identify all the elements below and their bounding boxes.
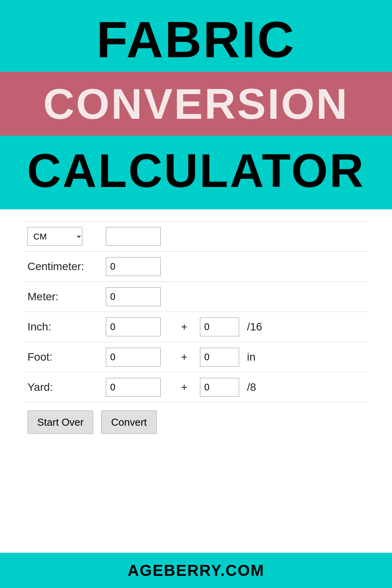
centimeter-row: Centimeter:	[24, 252, 368, 282]
cm-empty1	[172, 252, 196, 282]
footer: AGEBERRY.COM	[0, 553, 392, 588]
start-over-button[interactable]: Start Over	[27, 410, 93, 434]
meter-input[interactable]	[106, 287, 161, 306]
title-conversion: CONVERSION	[43, 80, 349, 128]
inch-suffix: /16	[243, 312, 368, 342]
yard-label: Yard:	[24, 372, 102, 403]
foot-fraction-cell	[196, 342, 243, 372]
meter-row: Meter:	[24, 282, 368, 312]
meter-label: Meter:	[24, 282, 102, 312]
inch-input[interactable]	[106, 318, 161, 336]
buttons-row: Start Over Convert	[24, 410, 368, 434]
title-calculator: CALCULATOR	[27, 136, 365, 209]
foot-row: Foot: + in	[24, 342, 368, 372]
unit-empty2	[196, 221, 243, 252]
cm-empty2	[196, 252, 243, 282]
unit-value-cell	[102, 221, 172, 252]
m-empty3	[243, 282, 368, 312]
inch-input-cell	[102, 312, 172, 342]
calculator-section: CM IN FT YD M	[0, 209, 392, 553]
yard-row: Yard: + /8	[24, 372, 368, 403]
calc-table: CM IN FT YD M	[24, 221, 368, 403]
cm-empty3	[243, 252, 368, 282]
unit-input[interactable]	[106, 227, 161, 246]
unit-row: CM IN FT YD M	[24, 221, 368, 252]
yard-fraction-input[interactable]	[200, 378, 239, 397]
footer-text: AGEBERRY.COM	[127, 562, 264, 579]
meter-input-cell	[102, 282, 172, 312]
m-empty2	[196, 282, 243, 312]
centimeter-input-cell	[102, 252, 172, 282]
inch-plus: +	[172, 312, 196, 342]
foot-suffix: in	[243, 342, 368, 372]
conversion-band: CONVERSION	[0, 72, 392, 136]
centimeter-label: Centimeter:	[24, 252, 102, 282]
yard-plus: +	[172, 372, 196, 403]
unit-select[interactable]: CM IN FT YD M	[27, 227, 82, 246]
m-empty1	[172, 282, 196, 312]
foot-label: Foot:	[24, 342, 102, 372]
yard-suffix: /8	[243, 372, 368, 403]
inch-label: Inch:	[24, 312, 102, 342]
centimeter-input[interactable]	[106, 257, 161, 276]
foot-fraction-input[interactable]	[200, 348, 239, 367]
title-fabric: FABRIC	[96, 0, 296, 72]
unit-empty3	[243, 221, 368, 252]
header: FABRIC CONVERSION CALCULATOR	[0, 0, 392, 209]
yard-fraction-cell	[196, 372, 243, 403]
unit-empty1	[172, 221, 196, 252]
convert-button[interactable]: Convert	[101, 410, 156, 434]
yard-input-cell	[102, 372, 172, 403]
unit-select-cell: CM IN FT YD M	[24, 221, 102, 252]
inch-row: Inch: + /16	[24, 312, 368, 342]
foot-input-cell	[102, 342, 172, 372]
yard-input[interactable]	[106, 378, 161, 397]
foot-input[interactable]	[106, 348, 161, 367]
inch-fraction-input[interactable]	[200, 318, 239, 336]
inch-fraction-cell	[196, 312, 243, 342]
foot-plus: +	[172, 342, 196, 372]
